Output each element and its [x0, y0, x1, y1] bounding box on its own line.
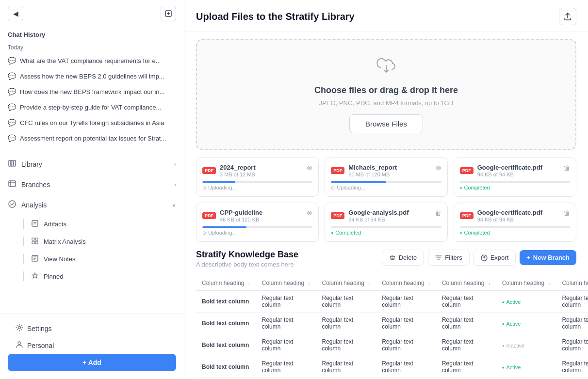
progress-fill: [331, 226, 441, 228]
svg-rect-16: [35, 241, 38, 244]
kb-subtitle: A descriptive body text comes here: [196, 261, 298, 268]
pdf-badge: PDF: [331, 167, 344, 174]
table-header: Column heading ↓: [316, 276, 376, 291]
chat-icon: 💬: [8, 88, 16, 95]
file-close-button[interactable]: ⊗: [436, 164, 441, 172]
sidebar-item-branches[interactable]: Branches ›: [0, 174, 184, 195]
new-branch-label: New Branch: [533, 254, 570, 261]
chevron-right-icon: ›: [174, 181, 176, 188]
sidebar-item-settings[interactable]: Settings: [8, 320, 176, 337]
export-button[interactable]: Export: [474, 250, 516, 266]
branches-icon: [8, 179, 16, 190]
progress-bar: [202, 181, 312, 183]
upload-subtitle: JPEG, PNG, PDG, and MP4 formats, up to 1…: [319, 99, 454, 107]
chat-item[interactable]: 💬 Assessment report on potential tax iss…: [0, 130, 184, 146]
table-cell-col7: Regular text column: [556, 291, 588, 313]
sort-icon: ↓: [488, 281, 490, 286]
file-close-button[interactable]: ⊗: [307, 209, 312, 217]
export-label: Export: [490, 254, 509, 261]
progress-bar: [331, 226, 441, 228]
notes-icon: [31, 254, 39, 264]
upload-status: Completed: [460, 230, 570, 236]
file-card: PDF Google-analysis.pdf 94 KB of 94 KB 🗑…: [325, 203, 447, 242]
sidebar-bottom: Settings Personal + Add: [0, 314, 184, 379]
progress-fill: [331, 181, 386, 183]
sidebar-item-view-notes[interactable]: View Notes: [0, 250, 184, 268]
add-button[interactable]: + Add: [8, 354, 176, 371]
table-cell-col1: Bold text column: [196, 356, 256, 378]
progress-bar: [331, 181, 441, 183]
chat-text: CFC rules on our Tyrells foreign subsidi…: [20, 119, 164, 126]
sidebar-item-personal[interactable]: Personal: [8, 337, 176, 354]
upload-zone[interactable]: Choose files or drag & drop it here JPEG…: [196, 39, 576, 150]
chat-text: Assessment report on potential tax issue…: [20, 135, 166, 142]
pinned-icon: [31, 272, 39, 281]
analysis-label: Analysis: [21, 201, 47, 209]
main-header: Upload Files to the Stratify Library: [184, 0, 588, 32]
file-delete-button[interactable]: 🗑: [435, 209, 441, 217]
sidebar-item-artifacts[interactable]: Artifacts: [0, 215, 184, 233]
tree-line: [23, 271, 24, 281]
new-branch-button[interactable]: + New Branch: [520, 250, 576, 265]
table-cell-status: Active: [496, 313, 556, 334]
filters-button[interactable]: Filters: [428, 250, 469, 266]
table-header: Column heading ↓: [196, 276, 256, 291]
file-name: CPP-guideline: [220, 209, 262, 216]
chat-item[interactable]: 💬 Assess how the new BEPS 2.0 guidelines…: [0, 68, 184, 84]
pdf-badge: PDF: [202, 167, 216, 174]
file-size: 60 MB of 120 MB: [348, 172, 397, 177]
new-chat-button[interactable]: [161, 6, 176, 21]
svg-rect-13: [32, 238, 34, 240]
settings-icon: [16, 324, 23, 333]
chat-item[interactable]: 💬 How does the new BEPS framework impact…: [0, 84, 184, 99]
sidebar-item-pinned[interactable]: Pinned: [0, 268, 184, 285]
table-row: Bold text column Regular text column Reg…: [196, 313, 588, 334]
upload-status: Uploading...: [202, 185, 312, 190]
browse-files-button[interactable]: Browse Files: [349, 114, 423, 133]
sort-icon: ↓: [548, 281, 550, 286]
file-card: PDF 2024_report 3 MB of 12 MB ⊗ Uploadin…: [196, 158, 319, 197]
chat-item[interactable]: 💬 Provide a step-by-step guide for VAT c…: [0, 99, 184, 115]
table-cell-col3: Regular text column: [316, 356, 376, 378]
sidebar-toggle-button[interactable]: ◀: [8, 6, 23, 21]
matrix-icon: [31, 237, 39, 246]
chat-item[interactable]: 💬 What are the VAT compliance requiremen…: [0, 53, 184, 68]
chat-text: How does the new BEPS framework impact o…: [20, 88, 164, 95]
table-cell-col5: Regular text column: [436, 291, 496, 313]
svg-point-22: [18, 342, 21, 345]
chat-item[interactable]: 💬 CFC rules on our Tyrells foreign subsi…: [0, 115, 184, 130]
file-close-button[interactable]: ⊗: [307, 164, 312, 172]
kb-actions: Delete Filters Export + New Branch: [382, 250, 576, 266]
personal-label: Personal: [27, 342, 54, 349]
file-delete-button[interactable]: 🗑: [563, 164, 570, 172]
table-cell-col4: Regular text column: [376, 313, 436, 334]
file-card: PDF CPP-guideline 46 KB of 120 KB ⊗ Uplo…: [196, 203, 319, 242]
sort-icon: ↓: [368, 281, 370, 286]
sidebar: ◀ Chat History Today 💬 What are the VAT …: [0, 0, 184, 379]
sidebar-item-analysis[interactable]: Analysis ∨: [0, 195, 184, 215]
sort-icon: ↓: [428, 281, 430, 286]
file-delete-button[interactable]: 🗑: [563, 209, 570, 217]
table-cell-col5: Regular text column: [436, 313, 496, 334]
table-header: Column heading ↓: [256, 276, 316, 291]
chat-text: What are the VAT compliance requirements…: [20, 57, 161, 64]
pdf-badge: PDF: [202, 212, 216, 219]
delete-button[interactable]: Delete: [382, 250, 425, 266]
svg-rect-3: [9, 160, 11, 166]
upload-status: Uploading...: [202, 230, 312, 236]
delete-label: Delete: [399, 254, 417, 261]
chat-list: 💬 What are the VAT compliance requiremen…: [0, 53, 184, 146]
table-row: Bold text column Regular text column Reg…: [196, 334, 588, 356]
tree-line: [23, 237, 24, 246]
library-icon: [8, 159, 16, 170]
progress-bar: [460, 226, 570, 228]
table-cell-col7: Regular text column: [556, 356, 588, 378]
svg-rect-10: [32, 221, 38, 226]
table-cell-status: Active: [496, 356, 556, 378]
file-name: Google-certificate.pdf: [477, 164, 542, 171]
share-button[interactable]: [559, 8, 576, 25]
table-cell-col2: Regular text column: [256, 356, 316, 378]
file-size: 3 MB of 12 MB: [220, 172, 256, 177]
sidebar-item-matrix-analysis[interactable]: Matrix Analysis: [0, 233, 184, 250]
sidebar-item-library[interactable]: Library ›: [0, 154, 184, 174]
